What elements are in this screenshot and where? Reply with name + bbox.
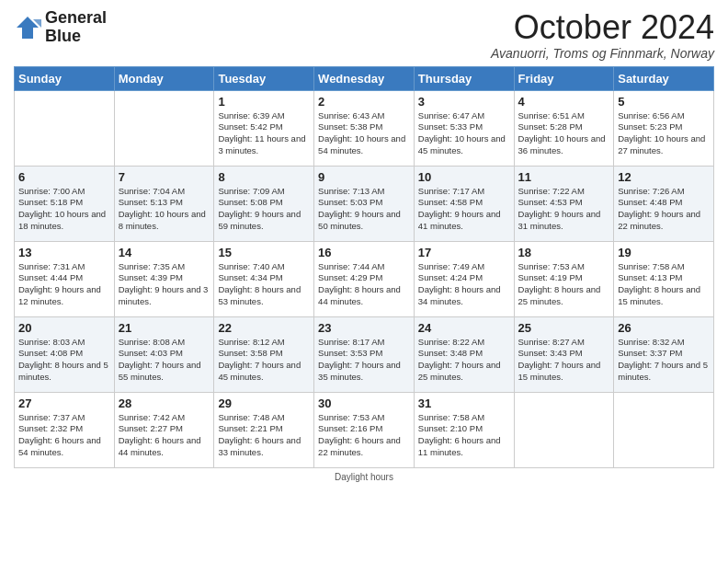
day-info: Sunrise: 8:03 AM Sunset: 4:08 PM Dayligh… (18, 337, 110, 384)
calendar-table: SundayMondayTuesdayWednesdayThursdayFrid… (14, 66, 714, 468)
day-number: 26 (618, 321, 710, 335)
day-info: Sunrise: 6:39 AM Sunset: 5:42 PM Dayligh… (218, 110, 310, 157)
calendar-cell: 6Sunrise: 7:00 AM Sunset: 5:18 PM Daylig… (15, 166, 115, 241)
day-info: Sunrise: 8:08 AM Sunset: 4:03 PM Dayligh… (119, 337, 210, 384)
logo-text: General Blue (45, 9, 107, 46)
calendar-cell: 1Sunrise: 6:39 AM Sunset: 5:42 PM Daylig… (214, 90, 314, 166)
calendar-cell: 16Sunrise: 7:44 AM Sunset: 4:29 PM Dayli… (314, 241, 415, 316)
day-number: 22 (218, 321, 310, 335)
weekday-saturday: Saturday (614, 66, 714, 90)
day-number: 10 (418, 170, 510, 184)
day-number: 28 (119, 396, 210, 410)
day-number: 9 (318, 170, 410, 184)
day-info: Sunrise: 6:43 AM Sunset: 5:38 PM Dayligh… (318, 110, 410, 157)
day-number: 16 (318, 246, 410, 259)
calendar-cell: 27Sunrise: 7:37 AM Sunset: 2:32 PM Dayli… (15, 392, 115, 467)
day-number: 25 (518, 321, 610, 335)
day-number: 7 (119, 170, 210, 184)
week-row-1: 6Sunrise: 7:00 AM Sunset: 5:18 PM Daylig… (15, 166, 714, 241)
day-info: Sunrise: 7:09 AM Sunset: 5:08 PM Dayligh… (218, 186, 310, 233)
calendar-cell: 9Sunrise: 7:13 AM Sunset: 5:03 PM Daylig… (314, 166, 415, 241)
calendar-cell: 8Sunrise: 7:09 AM Sunset: 5:08 PM Daylig… (214, 166, 314, 241)
calendar-cell: 14Sunrise: 7:35 AM Sunset: 4:39 PM Dayli… (114, 241, 214, 316)
week-row-2: 13Sunrise: 7:31 AM Sunset: 4:44 PM Dayli… (15, 241, 714, 316)
calendar-cell (114, 90, 214, 166)
day-number: 29 (218, 396, 310, 410)
day-info: Sunrise: 7:44 AM Sunset: 4:29 PM Dayligh… (318, 261, 410, 308)
day-info: Sunrise: 6:47 AM Sunset: 5:33 PM Dayligh… (418, 110, 510, 157)
day-number: 12 (618, 170, 710, 184)
calendar-cell: 11Sunrise: 7:22 AM Sunset: 4:53 PM Dayli… (514, 166, 614, 241)
day-info: Sunrise: 8:22 AM Sunset: 3:48 PM Dayligh… (418, 337, 510, 384)
day-info: Sunrise: 7:13 AM Sunset: 5:03 PM Dayligh… (318, 186, 410, 233)
weekday-wednesday: Wednesday (314, 66, 415, 90)
page: General Blue October 2024 Avanuorri, Tro… (0, 0, 728, 563)
weekday-thursday: Thursday (414, 66, 514, 90)
calendar-cell: 23Sunrise: 8:17 AM Sunset: 3:53 PM Dayli… (314, 316, 415, 392)
weekday-tuesday: Tuesday (214, 66, 314, 90)
calendar-cell (15, 90, 115, 166)
day-info: Sunrise: 7:04 AM Sunset: 5:13 PM Dayligh… (119, 186, 210, 233)
day-info: Sunrise: 8:12 AM Sunset: 3:58 PM Dayligh… (218, 337, 310, 384)
day-number: 1 (218, 95, 310, 109)
day-info: Sunrise: 8:32 AM Sunset: 3:37 PM Dayligh… (618, 337, 710, 384)
calendar-cell (614, 392, 714, 467)
calendar-cell: 15Sunrise: 7:40 AM Sunset: 4:34 PM Dayli… (214, 241, 314, 316)
day-number: 21 (119, 321, 210, 335)
day-info: Sunrise: 7:40 AM Sunset: 4:34 PM Dayligh… (218, 261, 310, 308)
calendar-cell: 22Sunrise: 8:12 AM Sunset: 3:58 PM Dayli… (214, 316, 314, 392)
day-info: Sunrise: 7:58 AM Sunset: 4:13 PM Dayligh… (618, 261, 710, 308)
weekday-header-row: SundayMondayTuesdayWednesdayThursdayFrid… (15, 66, 714, 90)
day-number: 15 (218, 246, 310, 259)
calendar-cell: 29Sunrise: 7:48 AM Sunset: 2:21 PM Dayli… (214, 392, 314, 467)
day-number: 14 (119, 246, 210, 259)
calendar-cell: 19Sunrise: 7:58 AM Sunset: 4:13 PM Dayli… (614, 241, 714, 316)
day-info: Sunrise: 7:22 AM Sunset: 4:53 PM Dayligh… (518, 186, 610, 233)
calendar-cell: 12Sunrise: 7:26 AM Sunset: 4:48 PM Dayli… (614, 166, 714, 241)
day-info: Sunrise: 7:53 AM Sunset: 4:19 PM Dayligh… (518, 261, 610, 308)
calendar-cell: 10Sunrise: 7:17 AM Sunset: 4:58 PM Dayli… (414, 166, 514, 241)
day-info: Sunrise: 8:17 AM Sunset: 3:53 PM Dayligh… (318, 337, 410, 384)
weekday-friday: Friday (514, 66, 614, 90)
weekday-sunday: Sunday (15, 66, 115, 90)
calendar-cell: 26Sunrise: 8:32 AM Sunset: 3:37 PM Dayli… (614, 316, 714, 392)
week-row-0: 1Sunrise: 6:39 AM Sunset: 5:42 PM Daylig… (15, 90, 714, 166)
calendar-cell: 2Sunrise: 6:43 AM Sunset: 5:38 PM Daylig… (314, 90, 415, 166)
calendar-cell (514, 392, 614, 467)
day-number: 31 (418, 396, 510, 410)
calendar-cell: 5Sunrise: 6:56 AM Sunset: 5:23 PM Daylig… (614, 90, 714, 166)
weekday-monday: Monday (114, 66, 214, 90)
month-title: October 2024 (491, 9, 714, 46)
day-number: 2 (318, 95, 410, 109)
calendar-cell: 25Sunrise: 8:27 AM Sunset: 3:43 PM Dayli… (514, 316, 614, 392)
day-number: 5 (618, 95, 710, 109)
day-info: Sunrise: 7:42 AM Sunset: 2:27 PM Dayligh… (119, 412, 210, 459)
day-info: Sunrise: 7:53 AM Sunset: 2:16 PM Dayligh… (318, 412, 410, 459)
calendar-cell: 31Sunrise: 7:58 AM Sunset: 2:10 PM Dayli… (414, 392, 514, 467)
calendar-cell: 28Sunrise: 7:42 AM Sunset: 2:27 PM Dayli… (114, 392, 214, 467)
calendar-cell: 24Sunrise: 8:22 AM Sunset: 3:48 PM Dayli… (414, 316, 514, 392)
day-number: 13 (18, 246, 110, 259)
day-number: 24 (418, 321, 510, 335)
footer-note: Daylight hours (14, 472, 714, 482)
day-info: Sunrise: 7:37 AM Sunset: 2:32 PM Dayligh… (18, 412, 110, 459)
day-number: 30 (318, 396, 410, 410)
day-number: 27 (18, 396, 110, 410)
logo: General Blue (14, 9, 107, 46)
calendar-cell: 18Sunrise: 7:53 AM Sunset: 4:19 PM Dayli… (514, 241, 614, 316)
day-number: 3 (418, 95, 510, 109)
day-info: Sunrise: 7:49 AM Sunset: 4:24 PM Dayligh… (418, 261, 510, 308)
calendar-cell: 17Sunrise: 7:49 AM Sunset: 4:24 PM Dayli… (414, 241, 514, 316)
day-info: Sunrise: 7:26 AM Sunset: 4:48 PM Dayligh… (618, 186, 710, 233)
day-info: Sunrise: 6:51 AM Sunset: 5:28 PM Dayligh… (518, 110, 610, 157)
day-number: 17 (418, 246, 510, 259)
day-info: Sunrise: 7:17 AM Sunset: 4:58 PM Dayligh… (418, 186, 510, 233)
header: General Blue October 2024 Avanuorri, Tro… (14, 9, 714, 61)
day-info: Sunrise: 8:27 AM Sunset: 3:43 PM Dayligh… (518, 337, 610, 384)
day-info: Sunrise: 7:31 AM Sunset: 4:44 PM Dayligh… (18, 261, 110, 308)
day-info: Sunrise: 6:56 AM Sunset: 5:23 PM Dayligh… (618, 110, 710, 157)
week-row-3: 20Sunrise: 8:03 AM Sunset: 4:08 PM Dayli… (15, 316, 714, 392)
day-info: Sunrise: 7:00 AM Sunset: 5:18 PM Dayligh… (18, 186, 110, 233)
day-number: 19 (618, 246, 710, 259)
day-info: Sunrise: 7:35 AM Sunset: 4:39 PM Dayligh… (119, 261, 210, 308)
